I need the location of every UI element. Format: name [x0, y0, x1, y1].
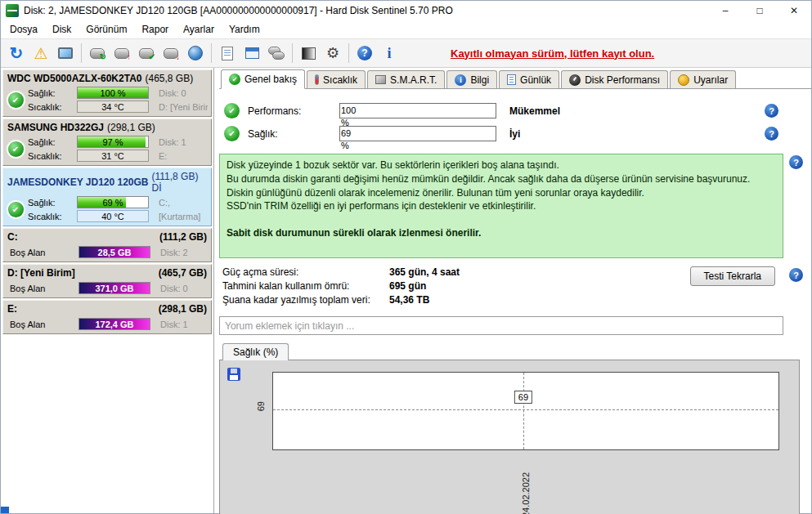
- chart-y-axis-label: 69: [256, 401, 266, 411]
- menu-rapor[interactable]: Rapor: [134, 21, 176, 38]
- free-space-value: 371,0 GB: [79, 283, 150, 293]
- disk-ok-icon: ✔: [8, 202, 24, 217]
- partition-list-item-d[interactable]: D: [Yeni Birim] (465,7 GB) Boş Alan 371,…: [2, 264, 212, 298]
- toolbar-separator: [81, 43, 82, 63]
- disk-pair-icon: [268, 47, 285, 60]
- stat-row-power-on: Güç açma süresi: 365 gün, 4 saat: [219, 266, 460, 278]
- status-help-icon[interactable]: ?: [789, 155, 803, 169]
- network-disks-button[interactable]: [183, 42, 208, 65]
- surface-test-button[interactable]: [296, 42, 321, 65]
- health-label: Sağlık:: [28, 88, 72, 98]
- rescan-disk-icon: ↓: [164, 48, 178, 59]
- stats-help-icon[interactable]: ?: [789, 268, 803, 282]
- register-notice-link[interactable]: Kayıtlı olmayan sürüm, lütfen kayıt olun…: [451, 47, 654, 60]
- health-label: Sağlık:: [248, 128, 339, 140]
- maximize-button[interactable]: □: [742, 1, 777, 20]
- smart-icon: [375, 75, 386, 84]
- settings-button[interactable]: ⚙: [321, 42, 345, 65]
- accept-disk-icon: ✔: [139, 48, 154, 59]
- help-button[interactable]: ?: [352, 42, 377, 65]
- warnings-button[interactable]: ⚠: [29, 42, 53, 65]
- tab-smart[interactable]: S.M.A.R.T.: [367, 70, 445, 88]
- partition-size: (298,1 GB): [159, 303, 207, 315]
- remove-disk-button[interactable]: ↑: [110, 42, 134, 65]
- stat-value: 365 gün, 4 saat: [389, 266, 460, 278]
- disk-overview-button[interactable]: [264, 42, 289, 65]
- status-recommendation: Sabit disk durumunun sürekli olarak izle…: [227, 226, 776, 240]
- rescan-disk-button[interactable]: ↓: [159, 42, 183, 65]
- options-button[interactable]: [240, 42, 264, 65]
- toolbar-separator: [348, 43, 349, 63]
- performance-gauge: 100 %: [339, 103, 496, 118]
- menu-dosya[interactable]: Dosya: [2, 21, 45, 38]
- disk-list-item-samsung[interactable]: SAMSUNG HD322GJ (298,1 GB) ✔ Sağlık: 97 …: [2, 118, 212, 166]
- free-space-bar: 172,4 GB: [79, 318, 150, 330]
- performance-help-icon[interactable]: ?: [765, 104, 778, 118]
- health-help-icon[interactable]: ?: [765, 127, 778, 141]
- partition-list-item-e[interactable]: E: (298,1 GB) Boş Alan 172,4 GB Disk: 1: [2, 300, 212, 334]
- monitor-icon: [58, 47, 73, 59]
- disk-name: WDC WD5000AZLX-60K2TA0: [7, 73, 141, 84]
- tab-uyarilar[interactable]: Uyarılar: [670, 70, 736, 88]
- menu-disk[interactable]: Disk: [45, 21, 79, 38]
- info-icon: i: [455, 74, 466, 86]
- partition-size: (465,7 GB): [159, 267, 207, 279]
- free-space-bar: 28,5 GB: [79, 246, 150, 258]
- health-value: 100 %: [78, 87, 148, 98]
- tab-genel-bakis[interactable]: ✔ Genel bakış: [221, 69, 305, 89]
- app-window: Disk: 2, JAMESDONKEY JD120 120GB [AA0000…: [0, 0, 812, 514]
- report-icon: [222, 47, 233, 60]
- disk-index-label: Disk: 2: [155, 248, 208, 257]
- report-button[interactable]: [215, 42, 240, 65]
- save-chart-icon[interactable]: [227, 368, 240, 381]
- temperature-icon: [315, 74, 319, 85]
- retest-button[interactable]: Testi Tekrarla: [690, 266, 775, 286]
- disk-size: (298,1 GB): [107, 122, 155, 133]
- menu-gorunum[interactable]: Görünüm: [79, 21, 134, 38]
- report-monitor-button[interactable]: [53, 42, 78, 65]
- tab-label: Genel bakış: [244, 74, 297, 85]
- menu-yardim[interactable]: Yardım: [222, 21, 267, 38]
- minimize-button[interactable]: –: [708, 1, 742, 20]
- stat-label: Şuana kadar yazılmış toplam veri:: [219, 294, 389, 306]
- health-rating: İyi: [509, 128, 520, 140]
- drive-letter-label: D: [Yeni Birim]: [154, 102, 208, 112]
- status-line: Disk yüzeyinde 1 bozuk sektör var. Bu se…: [227, 159, 776, 172]
- tab-bilgi[interactable]: i Bilgi: [446, 70, 497, 88]
- temp-label: Sıcaklık:: [28, 212, 72, 221]
- comment-input[interactable]: [219, 316, 783, 335]
- disk-name: JAMESDONKEY JD120 120GB: [7, 177, 149, 188]
- disk-sidebar: WDC WD5000AZLX-60K2TA0 (465,8 GB) ✔ Sağl…: [1, 68, 214, 513]
- health-label: Sağlık:: [28, 198, 72, 208]
- performance-row: ✔ Performans: 100 % Mükemmel ?: [219, 103, 783, 118]
- tab-label: Günlük: [520, 74, 551, 86]
- disk-list-item-jamesdonkey-selected[interactable]: JAMESDONKEY JD120 120GB (111,8 GB) Dİ ✔ …: [2, 168, 212, 226]
- tab-label: Uyarılar: [693, 74, 728, 86]
- free-space-label: Boş Alan: [10, 320, 74, 329]
- menu-ayarlar[interactable]: Ayarlar: [176, 21, 222, 38]
- tab-label: Sıcaklık: [323, 74, 357, 86]
- tab-gunluk[interactable]: Günlük: [499, 70, 559, 88]
- health-label: Sağlık:: [28, 137, 72, 147]
- performance-rating: Mükemmel: [509, 105, 560, 117]
- disk-list-item-wdc[interactable]: WDC WD5000AZLX-60K2TA0 (465,8 GB) ✔ Sağl…: [2, 69, 212, 117]
- remove-disk-icon: ↑: [114, 48, 129, 59]
- refresh-icon: ↻: [10, 43, 24, 63]
- refresh-button[interactable]: ↻: [4, 42, 29, 65]
- detect-disks-button[interactable]: ↻: [85, 42, 110, 65]
- about-button[interactable]: i: [377, 42, 402, 65]
- free-space-value: 28,5 GB: [79, 247, 150, 257]
- overview-icon: ✔: [229, 74, 240, 85]
- accept-disk-button[interactable]: ✔: [134, 42, 159, 65]
- stat-value: 695 gün: [389, 280, 426, 292]
- tab-bar: ✔ Genel bakış Sıcaklık S.M.A.R.T. i Bilg…: [219, 69, 811, 89]
- chart-gridline-vertical: [523, 373, 524, 449]
- health-value: 97 %: [78, 136, 148, 147]
- chart-tab-health[interactable]: Sağlık (%): [222, 343, 289, 360]
- close-button[interactable]: ✕: [777, 1, 811, 20]
- surface-test-icon: [302, 47, 316, 60]
- drive-letter-label: C:,: [154, 198, 208, 208]
- tab-sicaklik[interactable]: Sıcaklık: [307, 70, 366, 88]
- tab-disk-performansi[interactable]: Disk Performansı: [561, 70, 668, 88]
- partition-list-item-c[interactable]: C: (111,2 GB) Boş Alan 28,5 GB Disk: 2: [2, 228, 212, 262]
